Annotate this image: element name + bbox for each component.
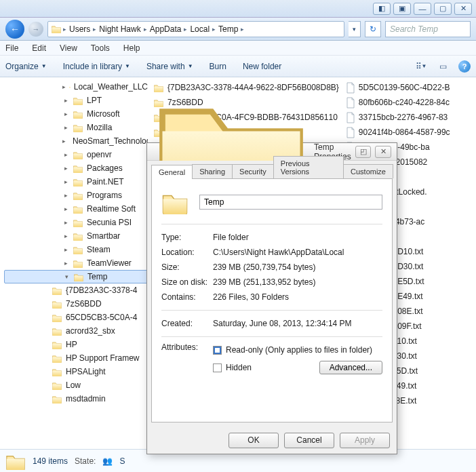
- minimize-button[interactable]: —: [414, 3, 431, 15]
- hidden-checkbox[interactable]: [213, 363, 222, 372]
- include-in-library-button[interactable]: Include in library▼: [63, 62, 130, 71]
- breadcrumb-item[interactable]: Local: [189, 24, 211, 34]
- expand-icon[interactable]: ▸: [62, 124, 69, 131]
- folder-icon: [51, 24, 62, 33]
- breadcrumb-item[interactable]: Users: [68, 24, 92, 34]
- back-button[interactable]: ←: [5, 20, 24, 39]
- cancel-button[interactable]: Cancel: [284, 433, 334, 448]
- menu-help[interactable]: Help: [123, 43, 140, 53]
- breadcrumb-item[interactable]: AppData: [148, 24, 183, 34]
- tree-item[interactable]: ▸TeamViewer: [4, 256, 148, 270]
- folder-icon: [73, 164, 83, 173]
- expand-icon[interactable]: ▸: [62, 233, 69, 239]
- tree-item[interactable]: ▸Mozilla: [4, 121, 148, 134]
- file-icon: [346, 82, 355, 94]
- item-count: 149 items: [33, 456, 68, 466]
- ok-button[interactable]: OK: [229, 433, 279, 448]
- tree-item[interactable]: ▸openvr: [4, 148, 148, 161]
- expand-icon[interactable]: ▸: [62, 165, 69, 172]
- expand-icon[interactable]: ▸: [62, 205, 69, 212]
- forward-button[interactable]: →: [28, 22, 43, 37]
- tree-item[interactable]: msdtadmin: [4, 392, 148, 406]
- expand-icon[interactable]: ▸: [62, 83, 66, 90]
- expand-icon[interactable]: ▸: [62, 246, 69, 253]
- expand-icon[interactable]: ▸: [62, 178, 69, 185]
- breadcrumb[interactable]: ▸ Users ▸ Night Hawk ▸ AppData ▸ Local ▸…: [47, 21, 344, 37]
- tree-item[interactable]: ▸NeoSmart_Technologie: [4, 134, 148, 148]
- tree-item-label: HP Support Framew: [66, 353, 140, 363]
- tree-item[interactable]: ▸Smartbar: [4, 229, 148, 243]
- burn-button[interactable]: Burn: [210, 62, 226, 71]
- tree-item[interactable]: ▸Realtime Soft: [4, 202, 148, 216]
- tree-item[interactable]: 65CD5CB3-5C0A-4: [4, 311, 148, 324]
- menu-file[interactable]: File: [5, 43, 18, 53]
- tree-item-label: Smartbar: [87, 231, 120, 241]
- menu-tools[interactable]: Tools: [91, 43, 110, 53]
- tree-item[interactable]: HP: [4, 338, 148, 351]
- list-item[interactable]: 80fb606b-c240-4228-84c: [346, 96, 450, 109]
- tree-item[interactable]: {7DB23A3C-3378-4: [4, 283, 148, 297]
- tab-security[interactable]: Security: [232, 164, 274, 178]
- breadcrumb-item[interactable]: Temp: [217, 24, 239, 34]
- tree-item[interactable]: ▸Programs: [4, 189, 148, 202]
- tree-item[interactable]: HPSALight: [4, 365, 148, 378]
- close-button[interactable]: ✕: [454, 3, 472, 15]
- tab-previous-versions[interactable]: Previous Versions: [273, 156, 344, 178]
- tree-item[interactable]: ▸Local_Weather_LLC: [4, 80, 148, 94]
- tree-item[interactable]: ▸Microsoft: [4, 107, 148, 121]
- maximize-button[interactable]: ▢: [434, 3, 452, 15]
- dialog-close-button[interactable]: ✕: [375, 146, 391, 158]
- folder-icon: [52, 300, 62, 309]
- titlebar-btn-2[interactable]: ▣: [393, 3, 411, 15]
- refresh-button[interactable]: ↻: [365, 21, 381, 37]
- view-options-button[interactable]: ⠿ ▼: [415, 60, 427, 73]
- navigation-tree[interactable]: ▸Local_Weather_LLC▸LPT▸Microsoft▸Mozilla…: [0, 77, 148, 449]
- folder-icon: [73, 259, 83, 268]
- tree-item[interactable]: Low: [4, 378, 148, 392]
- tree-item[interactable]: ▸Secunia PSI: [4, 216, 148, 229]
- breadcrumb-item[interactable]: Night Hawk: [98, 24, 142, 34]
- chevron-right-icon: ▸: [93, 26, 96, 33]
- item-name: 33715bcb-2276-4967-83: [359, 113, 448, 122]
- expand-icon[interactable]: ▸: [62, 97, 69, 104]
- tab-general[interactable]: General: [151, 165, 193, 179]
- expand-icon[interactable]: ▸: [62, 151, 69, 158]
- history-dropdown-button[interactable]: ▾: [349, 21, 361, 37]
- tree-item[interactable]: acrord32_sbx: [4, 324, 148, 338]
- new-folder-button[interactable]: New folder: [243, 62, 281, 71]
- list-item[interactable]: 5D5C0139-560C-4D22-B: [346, 81, 450, 94]
- share-with-button[interactable]: Share with▼: [146, 62, 193, 71]
- expand-icon[interactable]: ▸: [62, 192, 69, 199]
- expand-icon[interactable]: ▸: [62, 111, 69, 117]
- help-icon[interactable]: ?: [458, 60, 471, 73]
- organize-button[interactable]: Organize▼: [5, 62, 47, 71]
- tree-item[interactable]: ▾Temp: [4, 270, 148, 283]
- expand-icon[interactable]: ▾: [63, 273, 70, 280]
- created-label: Created:: [161, 319, 213, 328]
- preview-pane-button[interactable]: ▭: [437, 60, 449, 73]
- size-on-disk-label: Size on disk:: [161, 277, 213, 287]
- readonly-checkbox[interactable]: [213, 346, 222, 355]
- expand-icon[interactable]: ▸: [62, 138, 66, 144]
- tab-customize[interactable]: Customize: [343, 164, 393, 178]
- apply-button[interactable]: Apply: [340, 433, 390, 448]
- tree-item[interactable]: ▸Steam: [4, 243, 148, 256]
- menu-view[interactable]: View: [60, 43, 77, 53]
- dialog-help-button[interactable]: ◰: [355, 146, 372, 158]
- chevron-right-icon: ▸: [184, 26, 187, 33]
- advanced-button[interactable]: Advanced...: [319, 361, 382, 374]
- tree-item[interactable]: HP Support Framew: [4, 351, 148, 365]
- tree-item[interactable]: ▸Packages: [4, 161, 148, 175]
- tab-sharing[interactable]: Sharing: [192, 164, 233, 178]
- menu-edit[interactable]: Edit: [32, 43, 46, 53]
- tree-item[interactable]: ▸LPT: [4, 94, 148, 107]
- tree-item[interactable]: ▸Paint.NET: [4, 175, 148, 189]
- expand-icon[interactable]: ▸: [62, 260, 69, 267]
- search-input[interactable]: Search Temp: [385, 21, 471, 37]
- list-item[interactable]: 90241f4b-0864-4587-99c: [346, 126, 450, 138]
- expand-icon[interactable]: ▸: [62, 219, 69, 226]
- tree-item[interactable]: 7zS6BDD: [4, 297, 148, 311]
- titlebar-btn-1[interactable]: ◧: [373, 3, 391, 15]
- folder-name-input[interactable]: [199, 195, 382, 210]
- list-item[interactable]: 33715bcb-2276-4967-83: [346, 111, 450, 123]
